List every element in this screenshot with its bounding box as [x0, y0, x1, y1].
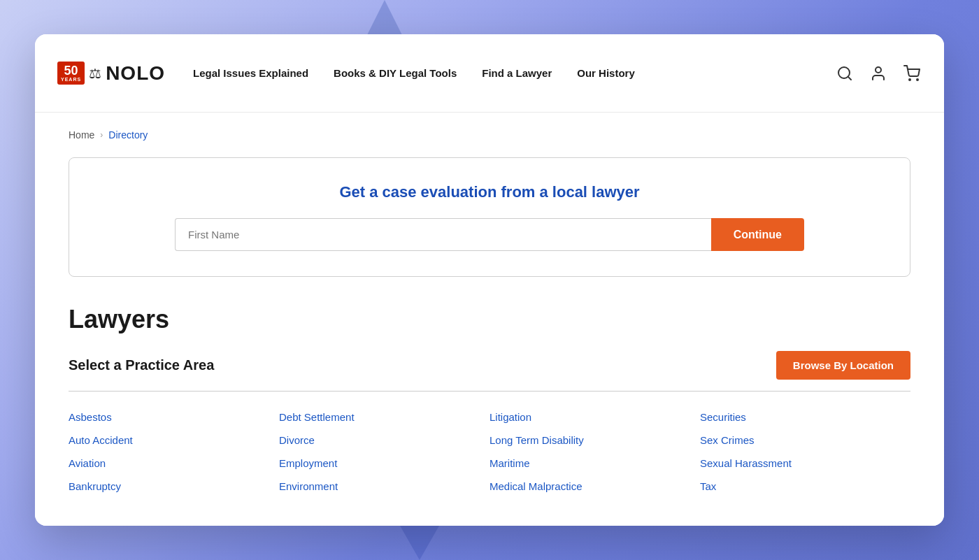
- first-name-input[interactable]: [175, 218, 711, 251]
- practice-link-sexual-harassment[interactable]: Sexual Harassment: [700, 457, 910, 469]
- practice-link-long-term-disability[interactable]: Long Term Disability: [490, 434, 700, 446]
- practice-link-sex-crimes[interactable]: Sex Crimes: [700, 434, 910, 446]
- practice-link-debt-settlement[interactable]: Debt Settlement: [279, 411, 490, 423]
- nav-legal-issues[interactable]: Legal Issues Explained: [193, 67, 308, 79]
- logo-badge: 50 YEARS: [57, 62, 85, 85]
- practice-link-employment[interactable]: Employment: [279, 457, 490, 469]
- breadcrumb-separator: ›: [100, 130, 103, 140]
- lawyers-title: Lawyers: [69, 305, 910, 334]
- practice-link-divorce[interactable]: Divorce: [279, 434, 490, 446]
- practice-link-maritime[interactable]: Maritime: [490, 457, 700, 469]
- years-label: YEARS: [61, 77, 81, 82]
- practice-link-securities[interactable]: Securities: [700, 411, 910, 423]
- practice-link-bankruptcy[interactable]: Bankruptcy: [69, 480, 279, 492]
- breadcrumb-current: Directory: [108, 129, 148, 141]
- svg-point-4: [917, 79, 918, 80]
- svg-point-2: [876, 67, 881, 73]
- breadcrumb-home[interactable]: Home: [69, 129, 94, 141]
- cart-icon[interactable]: [902, 64, 922, 83]
- logo-text: NOLO: [106, 62, 165, 85]
- practice-link-auto-accident[interactable]: Auto Accident: [69, 434, 279, 446]
- practice-col-2: Debt Settlement Divorce Employment Envir…: [279, 411, 490, 492]
- practice-col-1: Asbestos Auto Accident Aviation Bankrupt…: [69, 411, 279, 492]
- practice-link-litigation[interactable]: Litigation: [490, 411, 700, 423]
- scale-icon: ⚖: [89, 65, 101, 82]
- practice-area-header: Select a Practice Area Browse By Locatio…: [69, 351, 910, 392]
- practice-col-4: Securities Sex Crimes Sexual Harassment …: [700, 411, 910, 492]
- practice-area-title: Select a Practice Area: [69, 357, 214, 373]
- page-wrapper: 50 YEARS ⚖ NOLO Legal Issues Explained B…: [35, 34, 944, 526]
- practice-links: Asbestos Auto Accident Aviation Bankrupt…: [69, 411, 910, 492]
- years-number: 50: [61, 64, 81, 77]
- practice-link-medical-malpractice[interactable]: Medical Malpractice: [490, 480, 700, 492]
- evaluation-title: Get a case evaluation from a local lawye…: [103, 183, 876, 201]
- main-content: Home › Directory Get a case evaluation f…: [35, 113, 944, 526]
- main-nav: Legal Issues Explained Books & DIY Legal…: [193, 67, 835, 79]
- practice-link-tax[interactable]: Tax: [700, 480, 910, 492]
- header: 50 YEARS ⚖ NOLO Legal Issues Explained B…: [35, 34, 944, 113]
- nav-find-lawyer[interactable]: Find a Lawyer: [482, 67, 552, 79]
- practice-col-3: Litigation Long Term Disability Maritime…: [490, 411, 700, 492]
- svg-point-3: [909, 79, 910, 80]
- browse-by-location-button[interactable]: Browse By Location: [776, 351, 910, 380]
- search-icon[interactable]: [835, 64, 855, 83]
- evaluation-box: Get a case evaluation from a local lawye…: [69, 157, 910, 277]
- breadcrumb: Home › Directory: [69, 129, 910, 141]
- continue-button[interactable]: Continue: [711, 218, 804, 251]
- practice-link-aviation[interactable]: Aviation: [69, 457, 279, 469]
- header-actions: [835, 64, 922, 83]
- nav-books-diy[interactable]: Books & DIY Legal Tools: [334, 67, 457, 79]
- account-icon[interactable]: [869, 64, 888, 83]
- practice-link-asbestos[interactable]: Asbestos: [69, 411, 279, 423]
- svg-line-1: [848, 76, 851, 79]
- logo[interactable]: 50 YEARS ⚖ NOLO: [57, 62, 165, 85]
- nav-our-history[interactable]: Our History: [577, 67, 635, 79]
- evaluation-form: Continue: [175, 218, 804, 251]
- practice-link-environment[interactable]: Environment: [279, 480, 490, 492]
